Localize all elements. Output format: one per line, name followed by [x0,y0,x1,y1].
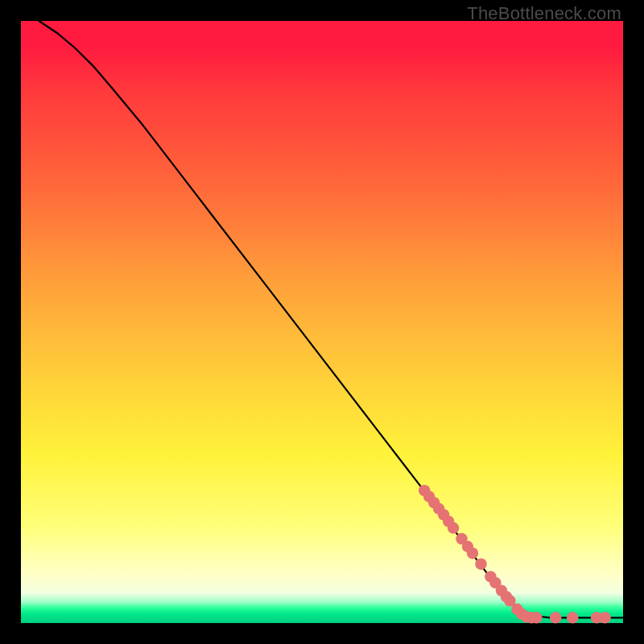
marker-group [419,485,611,623]
plot-area [21,21,623,623]
data-marker [448,522,459,534]
data-marker [467,547,478,559]
data-marker [599,612,610,623]
data-marker [550,612,561,623]
data-marker [530,612,542,623]
chart-svg [21,21,623,623]
bottleneck-curve [39,21,623,617]
chart-frame: TheBottleneck.com [0,0,644,644]
data-marker [475,559,486,570]
data-marker [567,612,578,623]
watermark-text: TheBottleneck.com [467,3,621,24]
